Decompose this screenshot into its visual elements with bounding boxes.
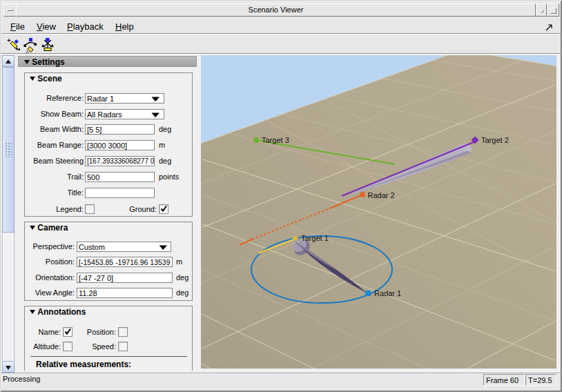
svg-text:Radar 1: Radar 1 bbox=[374, 289, 401, 297]
svg-text:Radar 2: Radar 2 bbox=[368, 191, 395, 199]
svg-text:Target 2: Target 2 bbox=[481, 136, 509, 144]
svg-text:Target 1: Target 1 bbox=[301, 234, 329, 242]
svg-text:Target 3: Target 3 bbox=[262, 136, 289, 144]
